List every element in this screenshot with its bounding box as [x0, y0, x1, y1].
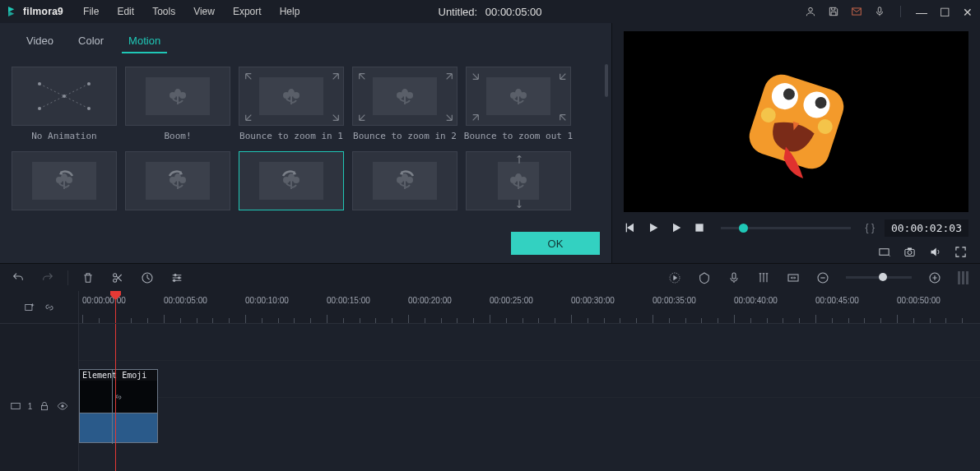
ruler-label: 00:00:30:00 — [571, 296, 615, 305]
mail-icon[interactable] — [851, 6, 862, 17]
playhead-line[interactable] — [115, 324, 116, 471]
titlebar: filmora9 File Edit Tools View Export Hel… — [0, 0, 980, 23]
snapshot-icon[interactable] — [903, 246, 916, 258]
svg-point-5 — [38, 82, 41, 85]
redo-icon[interactable] — [41, 271, 54, 284]
volume-icon[interactable] — [929, 246, 941, 258]
motion-thumb[interactable] — [352, 67, 457, 126]
tab-color[interactable]: Color — [77, 31, 105, 53]
motion-preset[interactable] — [12, 151, 117, 215]
window-close-icon[interactable]: ✕ — [962, 6, 973, 17]
svg-point-27 — [179, 177, 186, 183]
motion-panel: Video Color Motion No AnimationBoom!Boun… — [0, 23, 612, 263]
timeline-clip[interactable]: Element Emoji — [79, 369, 158, 443]
zoom-in-icon[interactable] — [928, 271, 941, 284]
svg-rect-56 — [732, 273, 736, 279]
motion-preset[interactable]: No Animation — [12, 67, 117, 141]
split-icon[interactable] — [111, 271, 124, 284]
delete-icon[interactable] — [81, 271, 95, 284]
menu-edit[interactable]: Edit — [109, 2, 142, 21]
playhead[interactable] — [115, 291, 116, 323]
render-icon[interactable] — [668, 271, 681, 284]
zoom-knob[interactable] — [879, 273, 887, 281]
mic-icon[interactable] — [874, 6, 885, 17]
svg-rect-46 — [695, 224, 703, 231]
motion-thumb[interactable] — [466, 151, 571, 210]
mixer-icon[interactable] — [757, 271, 770, 284]
voiceover-icon[interactable] — [727, 271, 741, 284]
svg-point-6 — [87, 82, 91, 85]
motion-preset[interactable]: Bounce to zoom in 1 — [239, 67, 344, 141]
motion-thumb[interactable] — [239, 151, 344, 210]
motion-preset[interactable]: Boom! — [125, 67, 230, 141]
motion-thumb[interactable] — [239, 67, 344, 126]
motion-preset[interactable] — [125, 151, 230, 215]
preview-viewport[interactable] — [624, 31, 968, 212]
motion-thumb[interactable] — [352, 151, 457, 210]
play-alt-icon[interactable] — [670, 221, 683, 234]
motion-thumb[interactable] — [466, 67, 571, 126]
seek-knob[interactable] — [739, 224, 748, 233]
window-minimize-icon[interactable]: — — [916, 6, 927, 17]
menu-help[interactable]: Help — [272, 2, 309, 21]
zoom-out-icon[interactable] — [816, 271, 829, 284]
clip-audio — [80, 413, 157, 442]
ruler-label: 00:00:20:00 — [408, 296, 452, 305]
motion-thumb[interactable] — [125, 151, 230, 210]
ruler-head — [0, 291, 79, 323]
visibility-icon[interactable] — [57, 400, 68, 412]
edit-tabs: Video Color Motion — [0, 23, 611, 58]
ruler-label: 00:00:25:00 — [490, 296, 533, 305]
menu-view[interactable]: View — [185, 2, 223, 21]
play-icon[interactable] — [647, 221, 660, 234]
link-icon[interactable] — [44, 302, 55, 313]
speed-icon[interactable] — [141, 271, 154, 284]
motion-preset[interactable] — [239, 151, 344, 215]
seek-bar[interactable] — [721, 227, 851, 229]
main-menu: File Edit Tools View Export Help — [75, 2, 308, 21]
undo-icon[interactable] — [12, 271, 25, 284]
clip-video — [80, 381, 157, 413]
marker-icon[interactable] — [698, 271, 711, 284]
motion-preset[interactable] — [352, 151, 457, 215]
motion-thumb[interactable] — [12, 67, 117, 126]
scrollbar[interactable] — [605, 64, 608, 97]
motion-preset[interactable]: Bounce to zoom in 2 — [352, 67, 457, 141]
svg-point-49 — [908, 250, 912, 254]
lock-icon[interactable] — [39, 400, 50, 412]
prev-frame-icon[interactable] — [624, 221, 637, 234]
account-icon[interactable] — [805, 6, 816, 17]
fullscreen-icon[interactable] — [954, 246, 967, 258]
time-ruler[interactable]: 00:00:00:0000:00:05:0000:00:10:0000:00:1… — [79, 291, 980, 323]
marker-braces[interactable]: { } — [866, 222, 875, 233]
svg-point-63 — [62, 404, 65, 408]
track-area[interactable]: Element Emoji — [79, 324, 980, 471]
svg-point-23 — [56, 177, 63, 183]
quality-icon[interactable] — [878, 246, 890, 258]
track-manager-icon[interactable] — [958, 271, 968, 284]
ruler-row: 00:00:00:0000:00:05:0000:00:10:0000:00:1… — [0, 291, 980, 324]
menu-export[interactable]: Export — [225, 2, 270, 21]
project-title: Untitled: 00:00:05:00 — [438, 6, 541, 18]
add-track-icon[interactable] — [24, 302, 35, 313]
stop-icon[interactable] — [693, 221, 706, 234]
save-icon[interactable] — [828, 6, 839, 17]
ok-button[interactable]: OK — [511, 232, 600, 255]
motion-thumb[interactable] — [125, 67, 230, 126]
window-maximize-icon[interactable]: ☐ — [939, 6, 950, 17]
title-duration: 00:00:05:00 — [485, 6, 542, 18]
menu-tools[interactable]: Tools — [144, 2, 183, 21]
tab-motion[interactable]: Motion — [127, 31, 162, 53]
zoom-slider[interactable] — [846, 276, 912, 279]
adjust-icon[interactable] — [170, 271, 183, 284]
motion-preset[interactable]: Bounce to zoom out 1 — [466, 67, 571, 141]
motion-preset[interactable] — [466, 151, 571, 215]
menu-file[interactable]: File — [75, 2, 107, 21]
tab-video[interactable]: Video — [25, 31, 55, 53]
svg-point-52 — [174, 274, 177, 276]
fit-icon[interactable] — [787, 271, 800, 284]
svg-point-12 — [179, 92, 186, 99]
app-name: filmora9 — [23, 6, 63, 17]
svg-rect-60 — [25, 304, 31, 310]
motion-thumb[interactable] — [12, 151, 117, 210]
